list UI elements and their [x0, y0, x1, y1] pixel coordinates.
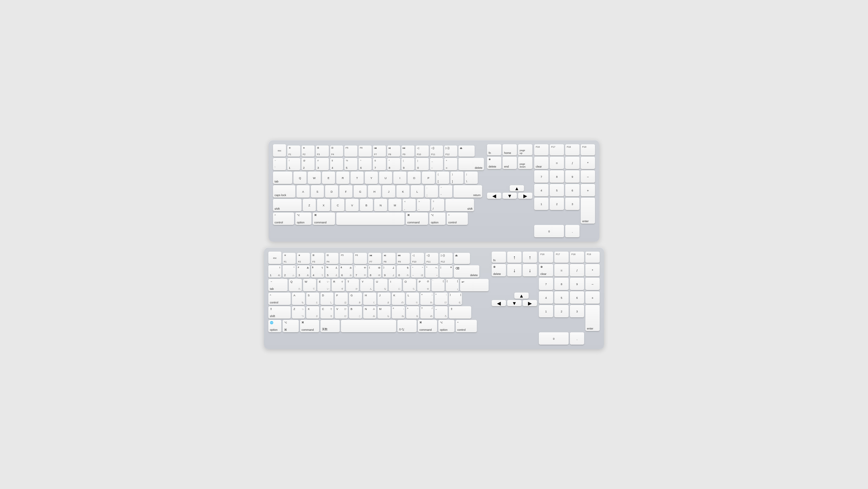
jp-key-return[interactable]: ↩ — [460, 279, 489, 292]
jp-key-esc[interactable]: esc — [268, 252, 281, 264]
jp-key-np-clear[interactable]: ⊗ clear — [539, 264, 553, 276]
key-minus[interactable]: _ - — [430, 158, 443, 170]
key-h[interactable]: H — [368, 185, 381, 197]
jp-key-np-8[interactable]: 8 — [554, 278, 569, 290]
jp-key-j[interactable]: J ま — [377, 293, 391, 305]
jp-key-tab[interactable]: → tab — [268, 279, 287, 292]
jp-key-d[interactable]: D し — [320, 293, 334, 305]
key-np-f13[interactable]: F16 — [534, 144, 549, 155]
jp-key-r[interactable]: R す す — [332, 279, 345, 292]
jp-key-s[interactable]: S と — [306, 293, 319, 305]
jp-key-4[interactable]: $ う 4 う — [311, 265, 324, 278]
jp-key-arrow-down[interactable]: ▼ — [507, 300, 522, 306]
jp-key-np-equals[interactable]: = — [554, 264, 569, 276]
jp-key-1[interactable]: ! 1 ぬ — [268, 265, 281, 278]
jp-key-arrow-right[interactable]: ▶ — [523, 300, 537, 306]
key-option-right[interactable]: ⌥ option — [429, 213, 445, 225]
jp-key-np-enter[interactable]: enter — [585, 305, 600, 331]
key-f10[interactable]: ◁ F10 — [416, 146, 429, 157]
jp-key-t[interactable]: T か — [346, 279, 359, 292]
jp-key-f9[interactable]: ⏭ F9 — [397, 253, 410, 264]
jp-key-np-0[interactable]: 0 — [539, 332, 569, 345]
key-home[interactable]: home — [502, 144, 517, 155]
key-fn[interactable]: fn — [487, 144, 501, 155]
jp-key-np-f16[interactable]: F16 — [539, 252, 553, 263]
key-arrow-right[interactable]: ▶ — [518, 193, 532, 199]
jp-key-option-right[interactable]: ⌥ option — [438, 320, 455, 332]
jp-key-minus[interactable]: − ~ - ほ — [411, 265, 424, 278]
jp-key-9[interactable]: ) よ 9 よ — [382, 265, 396, 278]
jp-key-np-2[interactable]: 2 — [554, 305, 569, 317]
key-tab[interactable]: tab — [273, 172, 292, 184]
jp-key-control-right[interactable]: ^ control — [456, 320, 477, 332]
jp-key-f7[interactable]: ⏮ F7 — [368, 253, 381, 264]
jp-key-arrow-up-r[interactable]: ↑ — [507, 252, 522, 263]
key-i[interactable]: I — [393, 172, 406, 184]
jp-key-np-plus[interactable]: + — [585, 292, 600, 304]
jp-key-period[interactable]: > . る — [406, 306, 419, 319]
jp-key-x[interactable]: X さ — [306, 306, 319, 319]
jp-key-2[interactable]: " 2 ふ — [283, 265, 296, 278]
jp-key-i[interactable]: I に — [389, 279, 402, 292]
key-np-minus[interactable]: − — [581, 170, 595, 183]
key-np-4[interactable]: 4 — [534, 184, 549, 196]
key-np-2[interactable]: 2 — [550, 197, 564, 210]
key-a[interactable]: A — [297, 185, 310, 197]
jp-key-eisuu[interactable]: 英数 — [320, 320, 340, 332]
jp-key-arrow-left[interactable]: ◀ — [492, 300, 506, 306]
jp-key-np-multiply[interactable]: * — [585, 264, 600, 276]
jp-key-np-f19[interactable]: F19 — [585, 252, 600, 263]
key-n[interactable]: N — [374, 199, 387, 211]
key-eject[interactable]: ⏏ — [459, 146, 475, 157]
jp-key-f12[interactable]: ▷)) F12 — [440, 253, 453, 264]
key-esc[interactable]: esc — [273, 144, 286, 157]
jp-key-f2[interactable]: ✶ F2 — [297, 253, 310, 264]
key-arrow-up[interactable]: ▲ — [510, 185, 524, 191]
jp-key-h[interactable]: H く — [363, 293, 376, 305]
key-arrow-left[interactable]: ◀ — [487, 193, 501, 199]
key-semicolon[interactable]: : ; — [425, 185, 438, 197]
key-w[interactable]: W — [308, 172, 321, 184]
jp-key-control[interactable]: ^ control — [268, 293, 291, 305]
key-o[interactable]: O — [408, 172, 421, 184]
key-page-up[interactable]: pageup — [518, 144, 532, 155]
key-np-6[interactable]: 6 — [565, 184, 580, 196]
jp-key-np-7[interactable]: 7 — [539, 278, 553, 290]
key-backslash[interactable]: | \ — [465, 172, 478, 184]
jp-key-np-minus[interactable]: − — [585, 278, 600, 290]
key-comma[interactable]: < , — [403, 199, 416, 211]
key-option-left[interactable]: ⌥ option — [295, 213, 311, 225]
jp-key-f1[interactable]: ☀ F1 — [283, 253, 296, 264]
jp-key-shift-left[interactable]: ⇧ shift — [268, 306, 291, 319]
jp-key-np-1[interactable]: 1 — [539, 305, 553, 317]
key-d[interactable]: D — [325, 185, 338, 197]
jp-key-kana[interactable]: かな — [397, 320, 416, 332]
jp-key-delete[interactable]: ⌫ delete — [454, 265, 479, 278]
key-delete[interactable]: delete — [459, 158, 484, 170]
key-e[interactable]: E — [322, 172, 335, 184]
jp-key-f5[interactable]: F5 — [340, 253, 353, 264]
jp-key-np-6[interactable]: 6 — [570, 292, 584, 304]
key-end[interactable]: end — [502, 157, 517, 169]
key-np-5[interactable]: 5 — [550, 184, 564, 196]
jp-key-comma[interactable]: < , ね — [392, 306, 405, 319]
key-f1[interactable]: ☀ F1 — [287, 146, 300, 157]
jp-key-np-4[interactable]: 4 — [539, 292, 553, 304]
key-np-divide[interactable]: / — [565, 157, 580, 169]
jp-key-v[interactable]: V ひ ひ — [335, 306, 348, 319]
key-np-f14[interactable]: F17 — [550, 144, 564, 155]
key-np-3[interactable]: 3 — [565, 197, 580, 210]
jp-key-7[interactable]: ' や 7 や — [354, 265, 367, 278]
key-command-right[interactable]: ⌘ command — [406, 213, 428, 225]
key-quote[interactable]: " ' — [439, 185, 452, 197]
key-r[interactable]: R — [336, 172, 349, 184]
jp-key-e[interactable]: E い い — [317, 279, 331, 292]
jp-key-a[interactable]: A ち — [292, 293, 305, 305]
key-np-decimal[interactable]: . — [565, 225, 580, 237]
jp-key-z[interactable]: Z っ つ — [292, 306, 305, 319]
key-g[interactable]: G — [354, 185, 367, 197]
key-f7[interactable]: ⏮ F7 — [373, 146, 386, 157]
jp-key-f4[interactable]: ⊟ F4 — [326, 253, 338, 264]
key-j[interactable]: J — [382, 185, 395, 197]
jp-key-f3[interactable]: ⊞ F3 — [311, 253, 324, 264]
